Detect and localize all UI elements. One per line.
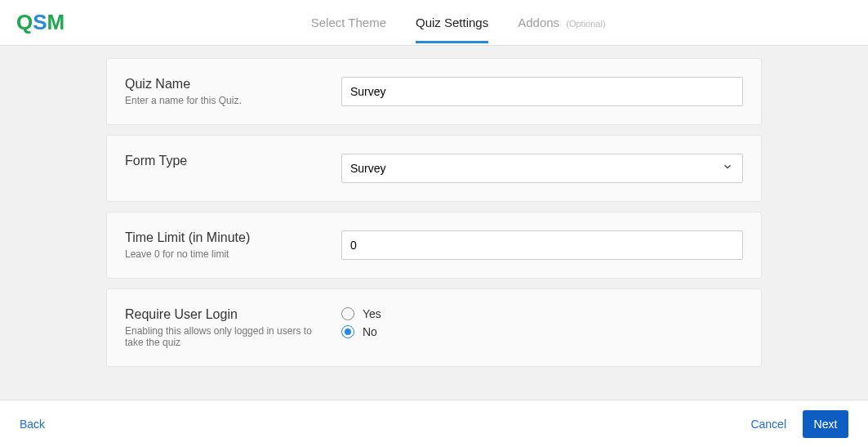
footer-right: Cancel Next xyxy=(750,410,848,438)
logo-m: M xyxy=(47,10,65,34)
require-login-radio-group: Yes No xyxy=(341,307,743,338)
quiz-name-help: Enter a name for this Quiz. xyxy=(125,95,317,106)
logo-s: S xyxy=(33,10,47,34)
tab-addons-label: Addons xyxy=(518,16,559,29)
tab-addons-optional: (Optional) xyxy=(566,19,605,29)
quiz-name-title: Quiz Name xyxy=(125,77,317,92)
radio-icon xyxy=(341,307,354,320)
card-quiz-name: Quiz Name Enter a name for this Quiz. xyxy=(106,58,762,125)
tab-addons[interactable]: Addons (Optional) xyxy=(518,2,605,42)
cancel-button[interactable]: Cancel xyxy=(750,418,786,431)
content: Quiz Name Enter a name for this Quiz. Fo… xyxy=(0,46,868,367)
card-quiz-name-right xyxy=(341,77,743,106)
require-login-no-label: No xyxy=(363,325,377,338)
form-type-select-wrap: Survey xyxy=(341,154,743,183)
form-type-title: Form Type xyxy=(125,154,317,168)
tab-quiz-settings[interactable]: Quiz Settings xyxy=(416,2,488,42)
card-require-login-left: Require User Login Enabling this allows … xyxy=(125,307,317,348)
time-limit-input[interactable] xyxy=(341,230,743,260)
logo-q: Q xyxy=(16,10,33,34)
card-time-limit-left: Time Limit (in Minute) Leave 0 for no ti… xyxy=(125,230,317,260)
require-login-yes[interactable]: Yes xyxy=(341,307,743,320)
card-time-limit-right xyxy=(341,230,743,260)
require-login-title: Require User Login xyxy=(125,307,317,322)
card-form-type-left: Form Type xyxy=(125,154,317,172)
header: QSM Select Theme Quiz Settings Addons (O… xyxy=(0,0,868,46)
tab-select-theme[interactable]: Select Theme xyxy=(311,2,386,42)
card-form-type: Form Type Survey xyxy=(106,135,762,202)
time-limit-help: Leave 0 for no time limit xyxy=(125,248,317,260)
require-login-no[interactable]: No xyxy=(341,325,743,338)
form-type-select[interactable]: Survey xyxy=(341,154,743,183)
time-limit-title: Time Limit (in Minute) xyxy=(125,230,317,245)
logo: QSM xyxy=(16,10,65,35)
card-form-type-right: Survey xyxy=(341,154,743,183)
require-login-help: Enabling this allows only logged in user… xyxy=(125,325,317,348)
card-time-limit: Time Limit (in Minute) Leave 0 for no ti… xyxy=(106,212,762,279)
tabs: Select Theme Quiz Settings Addons (Optio… xyxy=(311,2,606,42)
card-quiz-name-left: Quiz Name Enter a name for this Quiz. xyxy=(125,77,317,106)
card-require-login-right: Yes No xyxy=(341,307,743,338)
radio-icon xyxy=(341,325,354,338)
footer: Back Cancel Next xyxy=(0,400,868,447)
form-type-selected: Survey xyxy=(350,162,386,175)
quiz-name-input[interactable] xyxy=(341,77,743,106)
card-require-login: Require User Login Enabling this allows … xyxy=(106,288,762,367)
back-button[interactable]: Back xyxy=(20,418,45,431)
require-login-yes-label: Yes xyxy=(363,307,381,320)
next-button[interactable]: Next xyxy=(803,410,848,438)
